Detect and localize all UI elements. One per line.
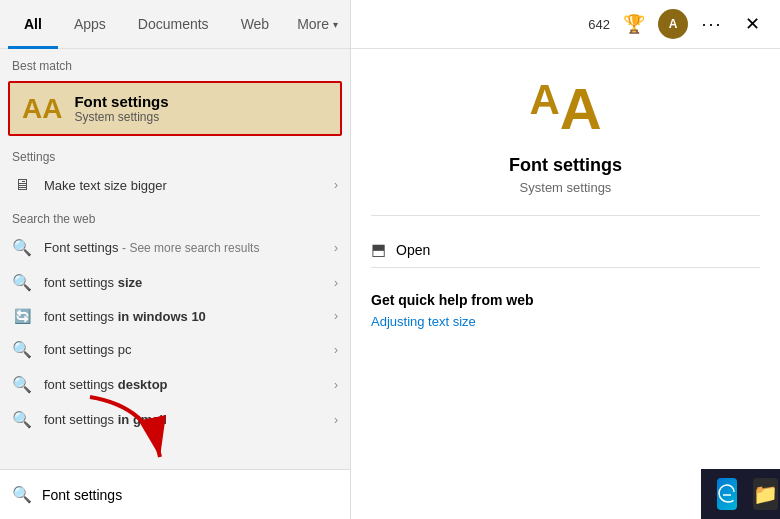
more-options-btn[interactable]: ···: [696, 8, 728, 40]
notification-badge: 642: [588, 17, 610, 32]
web-result-label-4: font settings desktop: [44, 377, 338, 392]
more-label: More: [297, 16, 329, 32]
web-result-5[interactable]: 🔍 font settings in gmail ›: [0, 402, 350, 437]
tab-apps[interactable]: Apps: [58, 0, 122, 49]
tab-all[interactable]: All: [8, 0, 58, 49]
trophy-icon: 🏆: [623, 13, 645, 35]
search-input[interactable]: [42, 487, 338, 503]
search-icon-0: 🔍: [12, 238, 32, 257]
font-settings-large-icon: AA: [529, 79, 601, 139]
best-match-subtitle: System settings: [74, 110, 168, 124]
right-content: AA Font settings System settings ⬒ Open …: [351, 49, 780, 519]
web-result-label-1: font settings size: [44, 275, 338, 290]
search-icon-3: 🔍: [12, 340, 32, 359]
web-result-1[interactable]: 🔍 font settings size ›: [0, 265, 350, 300]
open-label: Open: [396, 242, 430, 258]
tab-web[interactable]: Web: [225, 0, 286, 49]
tabs-bar: All Apps Documents Web More ▾: [0, 0, 350, 49]
right-title: Font settings: [509, 155, 622, 176]
chevron-right-icon-4: ›: [334, 378, 338, 392]
help-text[interactable]: Adjusting text size: [371, 314, 760, 329]
chevron-right-icon-2: ›: [334, 309, 338, 323]
taskbar: 📁 ✉ W ✒: [701, 469, 780, 519]
monitor-icon: 🖥: [12, 176, 32, 194]
tab-documents[interactable]: Documents: [122, 0, 225, 49]
search-icon-4: 🔍: [12, 375, 32, 394]
open-icon: ⬒: [371, 240, 386, 259]
web-result-0[interactable]: 🔍 Font settings - See more search result…: [0, 230, 350, 265]
edge-icon[interactable]: [717, 478, 737, 510]
web-result-4[interactable]: 🔍 font settings desktop ›: [0, 367, 350, 402]
open-action[interactable]: ⬒ Open: [371, 232, 760, 267]
search-icon-2: 🔄: [12, 308, 32, 324]
chevron-right-icon-5: ›: [334, 413, 338, 427]
web-result-label-0: Font settings - See more search results: [44, 240, 338, 255]
search-icon-1: 🔍: [12, 273, 32, 292]
web-result-label-3: font settings pc: [44, 342, 338, 357]
web-result-label-2: font settings in windows 10: [44, 309, 338, 324]
web-result-label-5: font settings in gmail: [44, 412, 338, 427]
file-explorer-icon[interactable]: 📁: [753, 478, 778, 510]
close-icon: ✕: [745, 13, 760, 35]
best-match-item[interactable]: AA Font settings System settings: [8, 81, 342, 136]
chevron-right-icon: ›: [334, 178, 338, 192]
right-panel: 642 🏆 A ··· ✕ AA Font settings System se…: [350, 0, 780, 519]
tab-more[interactable]: More ▾: [285, 0, 350, 49]
make-text-bigger-label: Make text size bigger: [44, 178, 338, 193]
font-settings-icon: AA: [22, 95, 62, 123]
avatar[interactable]: A: [658, 9, 688, 39]
chevron-right-icon-1: ›: [334, 276, 338, 290]
web-section-label: Search the web: [0, 202, 350, 230]
web-result-3[interactable]: 🔍 font settings pc ›: [0, 332, 350, 367]
chevron-down-icon: ▾: [333, 19, 338, 30]
settings-section-label: Settings: [0, 140, 350, 168]
chevron-right-icon-0: ›: [334, 241, 338, 255]
right-header: 642 🏆 A ··· ✕: [351, 0, 780, 49]
help-title: Get quick help from web: [371, 292, 760, 308]
search-input-bar: 🔍: [0, 469, 350, 519]
web-result-2[interactable]: 🔄 font settings in windows 10 ›: [0, 300, 350, 332]
right-subtitle: System settings: [520, 180, 612, 195]
chevron-right-icon-3: ›: [334, 343, 338, 357]
search-panel: All Apps Documents Web More ▾ Best match…: [0, 0, 350, 519]
best-match-label: Best match: [0, 49, 350, 77]
search-input-icon: 🔍: [12, 485, 32, 504]
ellipsis-icon: ···: [701, 14, 722, 35]
search-icon-5: 🔍: [12, 410, 32, 429]
close-btn[interactable]: ✕: [736, 8, 768, 40]
best-match-title: Font settings: [74, 93, 168, 110]
divider-1: [371, 215, 760, 216]
divider-2: [371, 267, 760, 268]
make-text-bigger-item[interactable]: 🖥 Make text size bigger ›: [0, 168, 350, 202]
results-area: Best match AA Font settings System setti…: [0, 49, 350, 469]
trophy-icon-btn[interactable]: 🏆: [618, 8, 650, 40]
best-match-text: Font settings System settings: [74, 93, 168, 124]
